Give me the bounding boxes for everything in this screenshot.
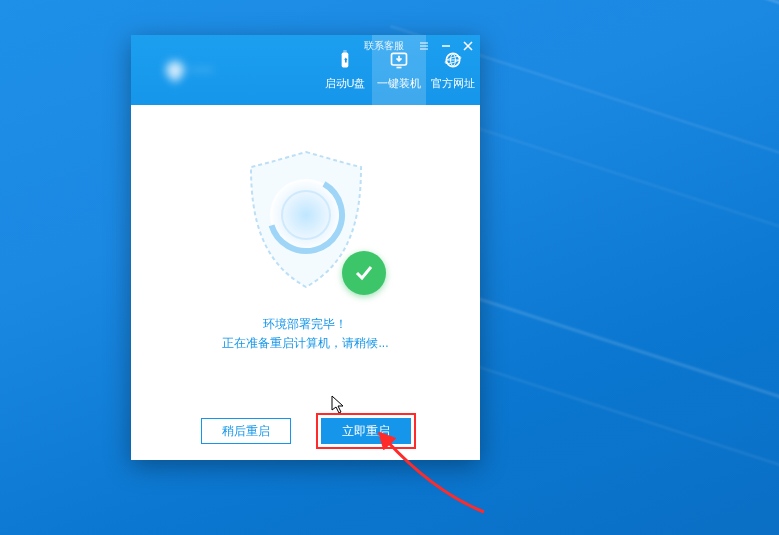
- status-illustration: [236, 147, 376, 297]
- button-label: 立即重启: [342, 423, 390, 440]
- app-window: ····· 启动U盘 一键装机 官方网址: [131, 35, 480, 460]
- status-line-2: 正在准备重启计算机，请稍候...: [222, 334, 388, 353]
- svg-rect-3: [397, 66, 402, 68]
- titlebar: ····· 启动U盘 一键装机 官方网址: [131, 35, 480, 105]
- tab-label: 一键装机: [377, 76, 421, 91]
- minimize-button[interactable]: [440, 40, 452, 52]
- button-row: 稍后重启 立即重启: [131, 418, 480, 444]
- restart-later-button[interactable]: 稍后重启: [201, 418, 291, 444]
- contact-support-link[interactable]: 联系客服: [364, 39, 404, 53]
- button-label: 稍后重启: [222, 423, 270, 440]
- checkmark-badge-icon: [342, 251, 386, 295]
- usb-icon: [335, 50, 355, 72]
- status-text: 环境部署完毕！ 正在准备重启计算机，请稍候...: [222, 315, 388, 353]
- cursor-icon: [331, 395, 347, 415]
- status-line-1: 环境部署完毕！: [222, 315, 388, 334]
- content-area: 环境部署完毕！ 正在准备重启计算机，请稍候... 稍后重启 立即重启: [131, 105, 480, 460]
- restart-now-button[interactable]: 立即重启: [321, 418, 411, 444]
- menu-button[interactable]: [418, 40, 430, 52]
- app-logo: ·····: [131, 35, 249, 105]
- svg-rect-1: [343, 50, 346, 53]
- window-controls: 联系客服: [364, 39, 474, 53]
- tab-label: 官方网址: [431, 76, 475, 91]
- close-button[interactable]: [462, 40, 474, 52]
- tab-label: 启动U盘: [325, 76, 366, 91]
